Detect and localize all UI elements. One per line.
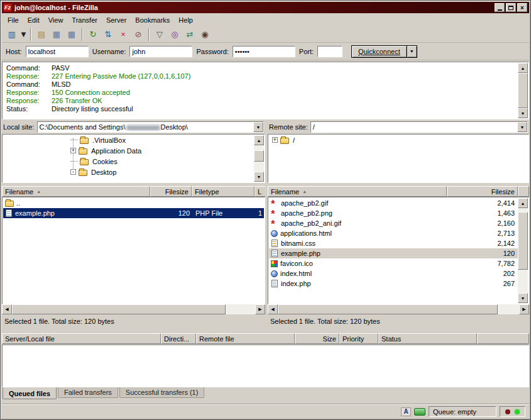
close-button[interactable]: × [517, 3, 527, 12]
tab-successful-transfers-1[interactable]: Successful transfers (1) [119, 387, 205, 398]
maximize-button[interactable] [506, 3, 516, 12]
toggle-local-tree-button[interactable]: ▦ [49, 28, 64, 41]
toggle-message-log-button[interactable]: ▤ [34, 28, 49, 41]
site-manager-button[interactable]: ▥ [4, 28, 19, 41]
column-header-status[interactable]: Status [378, 333, 477, 344]
scroll-left-button[interactable]: ◀ [2, 304, 12, 314]
process-queue-button[interactable]: ⇅ [101, 28, 116, 41]
compare-button[interactable]: ◎ [167, 28, 182, 41]
filetype-cell: PHP File [193, 208, 256, 218]
file-row[interactable]: apache_pb2.png1,463 [269, 208, 518, 218]
menu-item-view[interactable]: View [44, 15, 68, 25]
column-header-filename[interactable]: Filename▲ [268, 186, 447, 197]
menu-item-transfer[interactable]: Transfer [67, 15, 102, 25]
column-header-l[interactable]: L [255, 186, 265, 197]
filter-button[interactable]: ▽ [152, 28, 167, 41]
tree-item-desktop[interactable]: -Desktop [3, 167, 265, 177]
menu-item-bookmarks[interactable]: Bookmarks [131, 15, 174, 25]
scroll-thumb[interactable] [278, 304, 498, 314]
column-header-priority[interactable]: Priority [339, 333, 378, 344]
file-row[interactable]: apache_pb2.gif2,414 [269, 198, 518, 208]
remote-site-dropdown-button[interactable]: ▼ [517, 122, 527, 132]
expand-plus-icon[interactable]: + [70, 148, 76, 153]
refresh-button[interactable]: ↻ [85, 28, 101, 41]
tree-item-application-data[interactable]: +Application Data [3, 145, 265, 156]
remote-list-hscrollbar[interactable]: ◀ ▶ [268, 304, 529, 314]
log-text: PASV [52, 64, 70, 72]
scroll-thumb[interactable] [518, 73, 528, 108]
scroll-right-button[interactable]: ▶ [519, 304, 529, 314]
file-row[interactable]: index.html202 [269, 268, 518, 279]
column-header-server-local-file[interactable]: Server/Local file [2, 333, 161, 344]
column-header-size[interactable]: Size [295, 333, 339, 344]
scroll-track[interactable] [518, 73, 528, 108]
quickconnect-button[interactable]: Quickconnect [351, 45, 407, 58]
scroll-up-button[interactable]: ▲ [518, 198, 528, 208]
column-header-filetype[interactable]: Filetype [192, 186, 255, 197]
scroll-track[interactable] [278, 304, 519, 314]
apache-feather-icon [271, 199, 278, 207]
file-row[interactable]: apache_pb2_ani.gif2,160 [269, 218, 518, 228]
host-input[interactable] [26, 46, 89, 57]
local-site-dropdown-button[interactable]: ▼ [253, 122, 263, 132]
scroll-thumb[interactable] [254, 150, 264, 162]
scroll-up-button[interactable]: ▲ [254, 135, 264, 145]
tree-item-label: Application Data [90, 147, 141, 155]
port-input[interactable] [317, 46, 342, 57]
file-row[interactable]: applications.html2,713 [269, 228, 518, 238]
quickconnect-dropdown-button[interactable]: ▼ [407, 45, 417, 58]
scroll-thumb[interactable] [12, 304, 226, 314]
remote-list-header: Filename▲Filesize [268, 186, 529, 197]
minimize-button[interactable] [495, 3, 505, 12]
file-row[interactable]: index.php267 [269, 279, 518, 289]
toggle-remote-tree-button[interactable]: ▦ [64, 28, 79, 41]
password-input[interactable] [233, 46, 295, 57]
scroll-track[interactable] [12, 304, 255, 314]
column-header-remote-file[interactable]: Remote file [196, 333, 295, 344]
scroll-track[interactable] [518, 208, 528, 293]
column-header-filename[interactable]: Filename▲ [2, 186, 150, 197]
column-label: Filesize [165, 188, 189, 196]
collapse-minus-icon[interactable]: - [70, 169, 76, 175]
local-list-hscrollbar[interactable]: ◀ ▶ [2, 304, 265, 314]
expand-plus-icon[interactable]: + [272, 137, 278, 143]
remote-list-scrollbar[interactable]: ▲ ▼ [518, 198, 528, 303]
file-row[interactable]: example.php120PHP File1 [3, 208, 264, 218]
menu-item-edit[interactable]: Edit [23, 15, 44, 25]
tab-failed-transfers[interactable]: Failed transfers [58, 387, 118, 398]
tree-item-virtualbox[interactable]: .VirtualBox [3, 135, 265, 145]
scroll-down-button[interactable]: ▼ [518, 293, 528, 303]
scroll-left-button[interactable]: ◀ [268, 304, 278, 314]
file-row[interactable]: .. [3, 198, 264, 208]
column-header-filesize[interactable]: Filesize [150, 186, 192, 197]
remote-site-combo[interactable]: / ▼ [310, 121, 528, 133]
file-row[interactable]: bitnami.css2,142 [269, 238, 518, 248]
tree-item-cookies[interactable]: Cookies [3, 156, 265, 167]
file-row[interactable]: example.php120 [269, 248, 518, 258]
scroll-thumb[interactable] [518, 212, 528, 270]
scroll-track[interactable] [254, 145, 264, 172]
cancel-button[interactable]: × [116, 28, 131, 41]
column-header-filesize[interactable]: Filesize [447, 186, 518, 197]
username-input[interactable] [129, 46, 192, 57]
scroll-up-button[interactable]: ▲ [518, 63, 528, 73]
tab-queued-files[interactable]: Queued files [3, 387, 57, 399]
log-scrollbar[interactable]: ▲ ▼ [518, 63, 528, 118]
remote-site-path: / [311, 123, 517, 131]
menu-item-server[interactable]: Server [102, 15, 131, 25]
find-button[interactable]: ◉ [197, 28, 212, 41]
site-manager-dropdown-button[interactable]: ▼ [19, 28, 28, 41]
tree-item-blank[interactable]: +/ [268, 135, 528, 145]
local-site-combo[interactable]: C:\Documents and Settings\Desktop\ ▼ [37, 121, 264, 133]
scroll-right-button[interactable]: ▶ [255, 304, 265, 314]
menu-item-help[interactable]: Help [174, 15, 197, 25]
scroll-down-button[interactable]: ▼ [254, 172, 264, 182]
local-tree-scrollbar[interactable]: ▲ ▼ [254, 135, 264, 182]
filename-cell: index.php [269, 279, 447, 289]
column-header-directi[interactable]: Directi... [161, 333, 196, 344]
menu-item-file[interactable]: File [3, 15, 23, 25]
sync-browsing-button[interactable]: ⇄ [182, 28, 197, 41]
disconnect-button[interactable]: ⊘ [131, 28, 146, 41]
file-row[interactable]: favicon.ico7,782 [269, 258, 518, 268]
scroll-down-button[interactable]: ▼ [518, 108, 528, 118]
